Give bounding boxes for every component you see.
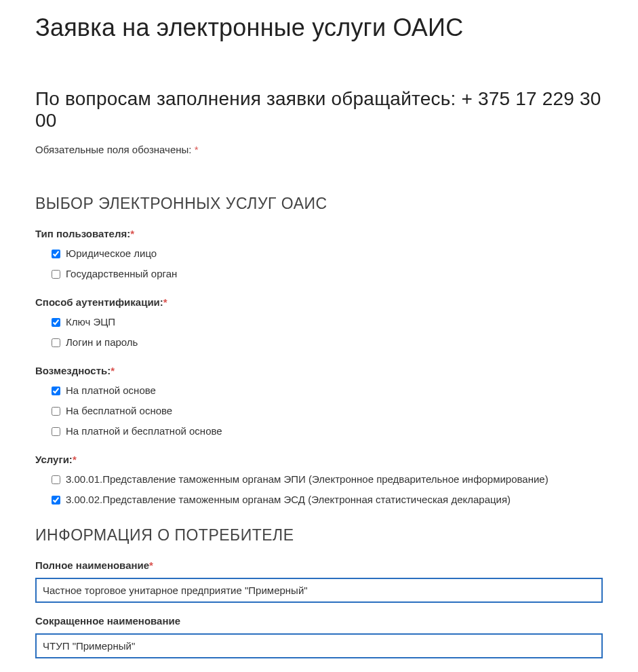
payment-label: Возмездность:* [35, 365, 603, 376]
fullname-label-text: Полное наименование [35, 559, 149, 571]
section-consumer-title: ИНФОРМАЦИЯ О ПОТРЕБИТЕЛЕ [35, 526, 603, 545]
payment-group: Возмездность:* На платной основе На бесп… [35, 365, 603, 441]
payment-checkbox-free[interactable] [52, 407, 60, 416]
service-option-esd[interactable]: 3.00.02.Представление таможенным органам… [52, 490, 603, 510]
payment-checkbox-paid[interactable] [52, 387, 60, 395]
required-asterisk: * [163, 296, 167, 308]
payment-option-label: На бесплатной основе [66, 403, 172, 419]
services-label: Услуги:* [35, 454, 603, 465]
auth-option-ecp[interactable]: Ключ ЭЦП [52, 312, 603, 332]
shortname-input[interactable] [35, 633, 603, 658]
contact-subtitle: По вопросам заполнения заявки обращайтес… [35, 88, 603, 132]
required-asterisk: * [73, 454, 77, 465]
shortname-label: Сокращенное наименование [35, 615, 603, 627]
user-type-checkbox-gov[interactable] [52, 270, 60, 279]
fullname-label: Полное наименование* [35, 559, 603, 571]
fullname-input[interactable] [35, 578, 603, 603]
service-checkbox-esd[interactable] [52, 496, 60, 505]
user-type-option-legal[interactable]: Юридическое лицо [52, 243, 603, 264]
auth-method-label-text: Способ аутентификации: [35, 296, 163, 308]
mandatory-note: Обязательные поля обозначены: * [35, 144, 603, 155]
payment-checkbox-both[interactable] [52, 427, 60, 436]
payment-option-paid[interactable]: На платной основе [52, 380, 603, 401]
user-type-label-text: Тип пользователя: [35, 228, 130, 239]
required-asterisk: * [149, 559, 153, 571]
shortname-label-text: Сокращенное наименование [35, 615, 180, 627]
shortname-group: Сокращенное наименование [35, 615, 603, 658]
service-option-label: 3.00.01.Представление таможенным органам… [66, 471, 549, 488]
user-type-checkbox-legal[interactable] [52, 250, 60, 258]
payment-label-text: Возмездность: [35, 365, 111, 376]
service-checkbox-epi[interactable] [52, 475, 60, 484]
user-type-option-label: Юридическое лицо [66, 245, 157, 262]
auth-option-login[interactable]: Логин и пароль [52, 332, 603, 353]
user-type-group: Тип пользователя:* Юридическое лицо Госу… [35, 228, 603, 284]
service-option-label: 3.00.02.Представление таможенным органам… [66, 492, 511, 508]
auth-checkbox-ecp[interactable] [52, 318, 60, 327]
required-asterisk: * [111, 365, 115, 376]
auth-method-label: Способ аутентификации:* [35, 296, 603, 308]
user-type-option-label: Государственный орган [66, 266, 177, 282]
mandatory-asterisk: * [195, 144, 199, 155]
payment-option-label: На платной основе [66, 382, 156, 399]
mandatory-note-text: Обязательные поля обозначены: [35, 144, 195, 155]
services-label-text: Услуги: [35, 454, 73, 465]
service-option-epi[interactable]: 3.00.01.Представление таможенным органам… [52, 469, 603, 490]
fullname-group: Полное наименование* [35, 559, 603, 603]
page-title: Заявка на электронные услуги ОАИС [35, 14, 603, 42]
user-type-label: Тип пользователя:* [35, 228, 603, 239]
auth-method-group: Способ аутентификации:* Ключ ЭЦП Логин и… [35, 296, 603, 353]
payment-option-free[interactable]: На бесплатной основе [52, 401, 603, 421]
payment-option-both[interactable]: На платной и бесплатной основе [52, 421, 603, 441]
auth-option-label: Ключ ЭЦП [66, 314, 115, 330]
section-services-title: ВЫБОР ЭЛЕКТРОННЫХ УСЛУГ ОАИС [35, 195, 603, 213]
required-asterisk: * [130, 228, 134, 239]
payment-option-label: На платной и бесплатной основе [66, 423, 222, 439]
auth-option-label: Логин и пароль [66, 334, 138, 351]
services-group: Услуги:* 3.00.01.Представление таможенны… [35, 454, 603, 510]
auth-checkbox-login[interactable] [52, 338, 60, 347]
user-type-option-gov[interactable]: Государственный орган [52, 264, 603, 284]
